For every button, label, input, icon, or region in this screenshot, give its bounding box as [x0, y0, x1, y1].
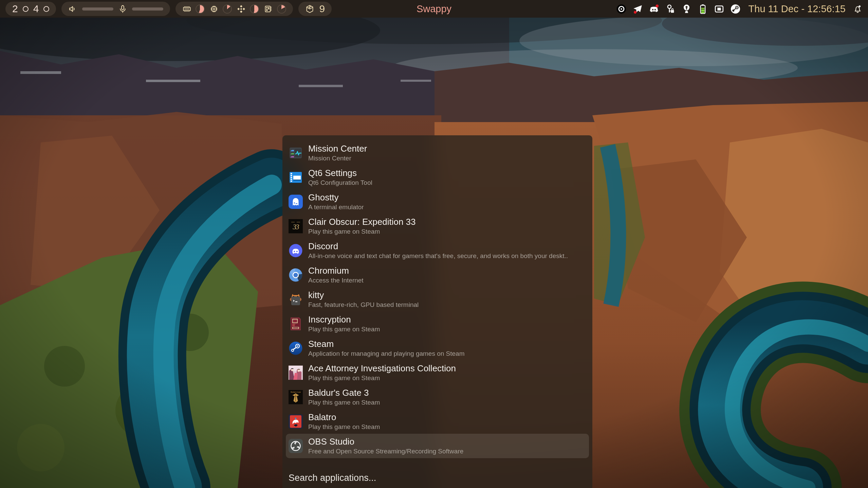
gpu-icon: [237, 4, 246, 14]
memory-usage-gauge: [196, 4, 205, 14]
workspace-indicator-4[interactable]: 4: [33, 4, 39, 14]
clock[interactable]: Thu 11 Dec - 12:56:15: [749, 3, 846, 15]
app-text: InscryptionPlay this game on Steam: [308, 314, 380, 333]
workspace-indicator-empty[interactable]: [43, 6, 49, 12]
app-title: Ace Attorney Investigations Collection: [308, 363, 456, 374]
app-description: A terminal emulator: [308, 203, 364, 212]
steam-icon: [289, 341, 303, 355]
app-description: Qt6 Configuration Tool: [308, 179, 372, 187]
svg-text:33: 33: [293, 223, 299, 231]
volume-slider[interactable]: [82, 7, 113, 11]
ghostty-icon: [289, 195, 303, 209]
app-row[interactable]: SteamApplication for managing and playin…: [286, 336, 589, 360]
app-description: Play this game on Steam: [308, 374, 456, 383]
notification-bell-icon[interactable]: [853, 4, 863, 14]
telegram-icon[interactable]: [632, 4, 643, 14]
app-launcher: Mission CenterMission CenterQt6 Settings…: [282, 135, 592, 488]
system-stats-widget[interactable]: [176, 2, 293, 16]
workspaces-indicator[interactable]: 24: [5, 2, 56, 16]
inscryption-icon: [289, 317, 303, 331]
system-tray: Thu 11 Dec - 12:56:15: [616, 3, 863, 15]
app-description: Mission Center: [308, 154, 367, 163]
app-text: Mission CenterMission Center: [308, 143, 367, 162]
app-description: Play this game on Steam: [308, 325, 380, 334]
app-row[interactable]: InscryptionPlay this game on Steam: [286, 312, 589, 336]
app-row[interactable]: Ace Attorney Investigations CollectionPl…: [286, 360, 589, 385]
app-title: Qt6 Settings: [308, 168, 372, 179]
app-row[interactable]: GhosttyA terminal emulator: [286, 190, 589, 214]
app-title: Balatro: [308, 412, 380, 423]
obs-studio-icon: [289, 439, 303, 453]
svg-text:Baldur's Gate: Baldur's Gate: [291, 391, 301, 393]
app-text: DiscordAll-in-one voice and text chat fo…: [308, 241, 568, 260]
keyring-icon[interactable]: [681, 4, 692, 14]
app-row[interactable]: kittyFast, feature-rich, GPU based termi…: [286, 287, 589, 312]
balatro-icon: [289, 414, 303, 429]
board-usage-gauge: [277, 4, 286, 14]
top-bar: 24 9 Swappy Thu 11 Dec - 12:56:15: [0, 0, 868, 18]
app-description: Fast, feature-rich, GPU based terminal: [308, 301, 419, 309]
app-title: Clair Obscur: Expedition 33: [308, 216, 415, 228]
updates-widget[interactable]: 9: [298, 2, 332, 16]
app-description: Application for managing and playing gam…: [308, 350, 465, 358]
app-row[interactable]: DiscordAll-in-one voice and text chat fo…: [286, 238, 589, 263]
baldurs-gate-3-icon: Baldur's Gate: [289, 390, 303, 404]
discord-icon: [289, 243, 303, 258]
app-row[interactable]: Qt6 SettingsQt6 Configuration Tool: [286, 165, 589, 190]
steam-tray-icon[interactable]: [730, 4, 741, 14]
app-text: Baldur's Gate 3Play this game on Steam: [308, 387, 380, 407]
audio-widget[interactable]: [61, 2, 170, 16]
board-stat: [264, 4, 286, 14]
updates-count: 9: [319, 4, 325, 14]
app-description: Access the Internet: [308, 276, 364, 285]
app-text: SteamApplication for managing and playin…: [308, 338, 465, 358]
search-input[interactable]: Search applications...: [289, 473, 586, 483]
app-description: Free and Open Source Streaming/Recording…: [308, 447, 463, 456]
app-row[interactable]: Mission CenterMission Center: [286, 141, 589, 165]
keepassxc-icon[interactable]: [665, 4, 676, 14]
ace-attorney-icon: [289, 366, 303, 380]
app-description: Play this game on Steam: [308, 398, 380, 407]
app-title: Chromium: [308, 265, 364, 276]
app-text: GhosttyA terminal emulator: [308, 192, 364, 211]
app-row[interactable]: 33Clair Obscur: Expedition 33Play this g…: [286, 214, 589, 238]
memory-icon: [182, 4, 191, 14]
workspace-indicator-empty[interactable]: [23, 6, 29, 12]
chromium-icon: [289, 268, 303, 282]
app-title: Steam: [308, 338, 465, 350]
app-text: ChromiumAccess the Internet: [308, 265, 364, 285]
app-title: Mission Center: [308, 143, 367, 154]
focused-window-title: Swappy: [417, 0, 451, 18]
app-text: Ace Attorney Investigations CollectionPl…: [308, 363, 456, 382]
battery-icon[interactable]: [698, 4, 708, 14]
app-description: Play this game on Steam: [308, 423, 380, 431]
app-text: Clair Obscur: Expedition 33Play this gam…: [308, 216, 415, 236]
workspace-indicator-2[interactable]: 2: [12, 4, 18, 14]
board-icon: [264, 4, 273, 14]
clair-obscur-icon: 33: [289, 219, 303, 233]
steelseries-icon[interactable]: [616, 4, 627, 14]
gpu-stat: [237, 4, 259, 14]
app-title: OBS Studio: [308, 436, 463, 447]
app-row[interactable]: Baldur's GateBaldur's Gate 3Play this ga…: [286, 385, 589, 409]
app-title: Discord: [308, 241, 568, 252]
gpu-usage-gauge: [250, 4, 259, 14]
app-text: Qt6 SettingsQt6 Configuration Tool: [308, 168, 372, 187]
mission-center-icon: [289, 146, 303, 160]
app-row[interactable]: OBS StudioFree and Open Source Streaming…: [286, 434, 589, 458]
network-icon[interactable]: [714, 4, 724, 14]
discord-tray-icon[interactable]: [649, 4, 659, 14]
package-icon: [305, 4, 314, 14]
app-list: Mission CenterMission CenterQt6 Settings…: [282, 135, 592, 458]
cpu-stat: [209, 4, 232, 14]
qt6-settings-icon: [289, 170, 303, 184]
mic-slider[interactable]: [132, 7, 163, 11]
app-row[interactable]: BalatroPlay this game on Steam: [286, 409, 589, 434]
kitty-icon: [289, 292, 303, 307]
app-row[interactable]: ChromiumAccess the Internet: [286, 263, 589, 287]
memory-stat: [182, 4, 205, 14]
app-title: kitty: [308, 290, 419, 301]
app-text: BalatroPlay this game on Steam: [308, 412, 380, 431]
microphone-icon: [118, 4, 127, 14]
app-title: Inscryption: [308, 314, 380, 325]
